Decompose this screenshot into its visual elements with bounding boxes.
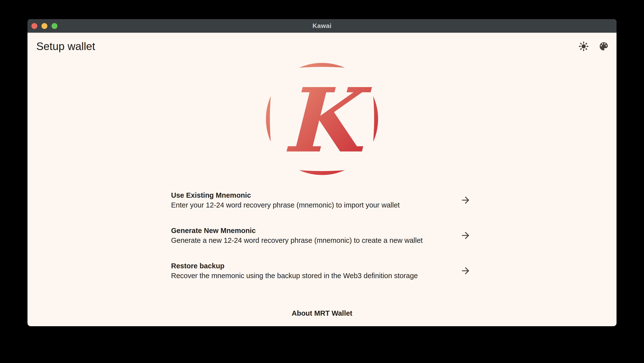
menu-item-title: Generate New Mnemonic [171,226,422,235]
menu-item-text: Generate New Mnemonic Generate a new 12-… [171,226,422,245]
menu-item-generate-new-mnemonic[interactable]: Generate New Mnemonic Generate a new 12-… [171,226,473,245]
menu-item-description: Recover the mnemonic using the backup st… [171,271,418,281]
menu-item-restore-backup[interactable]: Restore backup Recover the mnemonic usin… [171,261,473,281]
arrow-right-icon [460,195,471,206]
arrow-right-icon [460,230,471,241]
sun-icon [578,41,589,52]
header-actions [578,41,609,52]
logo-letter: K [282,68,372,172]
logo-arc-left [266,96,271,142]
brightness-toggle-button[interactable] [578,41,589,52]
app-window: Kawai Setup wallet [28,19,616,326]
theme-palette-button[interactable] [598,41,609,52]
minimize-button[interactable] [42,23,47,29]
window-controls [32,19,58,33]
menu-item-description: Enter your 12-24 word recovery phrase (m… [171,200,400,210]
menu-item-description: Generate a new 12-24 word recovery phras… [171,235,422,245]
kawai-logo: K [263,60,381,178]
close-button[interactable] [32,23,37,29]
palette-icon [598,41,609,52]
menu-item-text: Use Existing Mnemonic Enter your 12-24 w… [171,190,400,210]
logo-arc-top [299,63,345,68]
menu-item-title: Restore backup [171,261,418,271]
menu-item-use-existing-mnemonic[interactable]: Use Existing Mnemonic Enter your 12-24 w… [171,190,473,210]
arrow-right-icon [460,265,471,276]
logo-arc-right [373,96,378,142]
zoom-button[interactable] [52,23,58,29]
menu-item-title: Use Existing Mnemonic [171,190,400,200]
menu-item-text: Restore backup Recover the mnemonic usin… [171,261,418,281]
main-content: Setup wallet [28,33,616,326]
about-mrt-wallet-button[interactable]: About MRT Wallet [292,308,352,318]
setup-options-menu: Use Existing Mnemonic Enter your 12-24 w… [171,190,473,281]
window-title: Kawai [312,22,332,30]
window-titlebar[interactable]: Kawai [28,19,616,33]
page-title: Setup wallet [36,40,95,53]
